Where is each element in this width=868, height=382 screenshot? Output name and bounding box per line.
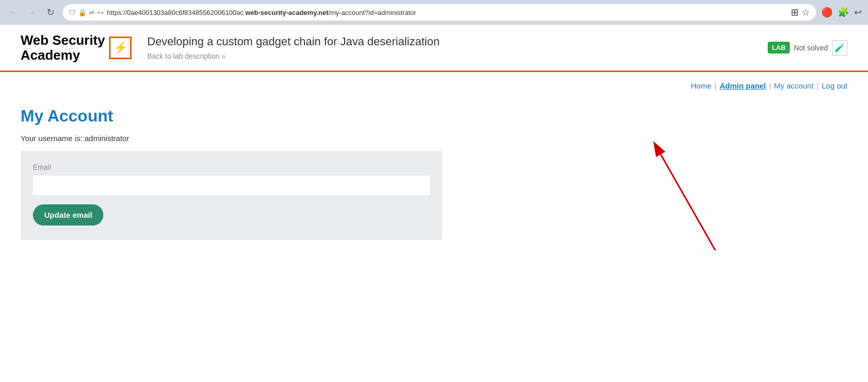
star-icon[interactable]: ☆ — [802, 7, 810, 18]
site-header: Web Security Academy ⚡ Developing a cust… — [0, 25, 868, 72]
main-content: Home | Admin panel | My account | Log ou… — [0, 72, 868, 250]
notification-icon[interactable]: 🔴 — [821, 7, 833, 18]
key-icon: 🗝 — [97, 9, 104, 16]
lab-badge-area: LAB Not solved 🧪 — [768, 40, 847, 56]
extensions-icon[interactable]: 🧩 — [838, 7, 849, 18]
email-input[interactable] — [33, 176, 430, 195]
lightning-icon: ⚡ — [114, 41, 128, 55]
lab-badge: LAB — [768, 42, 790, 54]
shield-icon: 🛡 — [69, 9, 76, 16]
nav-sep-1: | — [715, 81, 717, 90]
reload-button[interactable]: ↻ — [43, 5, 58, 20]
nav-sep-3: | — [817, 81, 819, 90]
header-info: Developing a custom gadget chain for Jav… — [147, 35, 768, 61]
username-text: Your username is: administrator — [21, 134, 847, 143]
url-bold: web-security-academy.net — [245, 9, 329, 16]
email-form-box: Email Update email — [21, 151, 442, 240]
settings-icon: ⇌ — [89, 9, 95, 16]
back-button[interactable]: ← — [6, 5, 21, 20]
email-label: Email — [33, 163, 430, 171]
not-solved-text: Not solved — [794, 44, 828, 52]
admin-panel-link[interactable]: Admin panel — [719, 81, 766, 90]
logo-text: Web Security Academy — [21, 33, 105, 62]
page-heading: My Account — [21, 107, 847, 126]
browser-right-icons: 🔴 🧩 ↩ — [821, 7, 862, 18]
qr-icon[interactable]: ⊞ — [791, 7, 799, 18]
address-url: https://0ae4001303a80c6f83485562006100ac… — [107, 9, 788, 16]
url-prefix: https://0ae4001303a80c6f83485562006100ac… — [107, 9, 245, 16]
url-suffix: /my-account?id=administrator — [329, 9, 417, 16]
forward-button[interactable]: → — [25, 5, 39, 20]
browser-nav-buttons: ← → ↻ — [6, 5, 58, 20]
nav-sep-2: | — [769, 81, 771, 90]
home-link[interactable]: Home — [691, 81, 712, 90]
browser-chrome: ← → ↻ 🛡 🔒 ⇌ 🗝 https://0ae4001303a80c6f83… — [0, 0, 868, 25]
address-bar[interactable]: 🛡 🔒 ⇌ 🗝 https://0ae4001303a80c6f83485562… — [63, 4, 816, 21]
page-body: My Account Your username is: administrat… — [21, 96, 847, 250]
history-back-icon[interactable]: ↩ — [854, 7, 862, 18]
my-account-link[interactable]: My account — [774, 81, 813, 90]
logo-area: Web Security Academy ⚡ — [21, 33, 132, 62]
logo-icon: ⚡ — [109, 37, 132, 59]
lab-title: Developing a custom gadget chain for Jav… — [147, 35, 768, 48]
flask-button[interactable]: 🧪 — [832, 40, 847, 56]
lock-icon: 🔒 — [78, 9, 86, 16]
nav-bar: Home | Admin panel | My account | Log ou… — [21, 72, 847, 96]
address-bar-icons: 🛡 🔒 ⇌ 🗝 — [69, 9, 104, 16]
update-email-button[interactable]: Update email — [33, 204, 103, 225]
log-out-link[interactable]: Log out — [822, 81, 847, 90]
back-to-lab-link[interactable]: Back to lab description » — [147, 52, 226, 60]
